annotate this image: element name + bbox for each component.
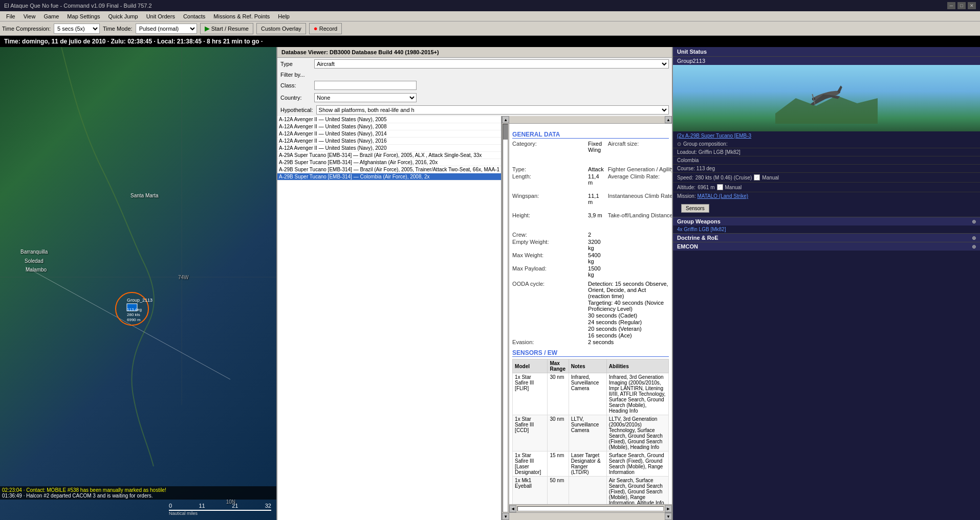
menu-file[interactable]: File [2, 12, 19, 20]
sensor-abilities: Infrared, 3rd Generation Imaging (2000s/… [606, 373, 668, 415]
menu-map-settings[interactable]: Map Settings [63, 12, 104, 20]
scale-line: 0 11 21 32 [169, 503, 271, 511]
speed-value: 280 kts (M 0.46) (Cruise) [695, 175, 752, 180]
altitude-label: Altitude: [677, 185, 695, 190]
close-button[interactable]: ✕ [968, 2, 976, 9]
max-payload-label: Max Payload: [512, 265, 584, 278]
sensor-col-model: Model [513, 359, 548, 373]
type-select[interactable]: Aircraft [314, 59, 669, 69]
list-item[interactable]: A-12A Avenger II — United States (Navy),… [277, 138, 501, 145]
group-composition-row: ⊙ Group composition: [673, 140, 980, 148]
empty-weight-label: Empty Weight: [512, 239, 584, 251]
aircraft-size-label: Aircraft size: [608, 141, 672, 165]
list-item[interactable]: A-12A Avenger II — United States (Navy),… [277, 116, 501, 123]
list-item[interactable]: A-12A Avenger II — United States (Navy),… [277, 145, 501, 152]
type-field-label: Type: [512, 166, 584, 172]
minimize-button[interactable]: ─ [947, 2, 955, 9]
country-select[interactable]: None [314, 93, 417, 102]
group-weapons-item[interactable]: 4x Griffin LGB [Mk82] [673, 225, 980, 233]
list-item-selected[interactable]: A-29B Super Tucano [EMB-314] — Colombia … [277, 173, 501, 180]
map-label-10n: 10N [226, 499, 235, 505]
menu-view[interactable]: View [19, 12, 40, 20]
sensor-model: 1x Star Safire III [CCD] [513, 415, 548, 451]
filter-by-label: Filter by... [280, 72, 311, 78]
scroll-track[interactable] [517, 506, 664, 511]
group-composition-icon[interactable]: ⊙ [677, 141, 681, 147]
speed-checkbox[interactable] [754, 174, 760, 180]
scroll-left-button[interactable]: ◄ [509, 505, 516, 512]
altitude-info-row: Altitude: 6961 m Manual [677, 184, 976, 191]
altitude-row: Altitude: 6961 m Manual [673, 182, 980, 192]
map-label-santa-marta: Santa Marta [130, 193, 158, 198]
list-item[interactable]: A-29B Super Tucano [EMB-314] — Afghanist… [277, 159, 501, 166]
detail-down-button[interactable]: ▼ [665, 513, 672, 520]
db-detail: GENERAL DATA Category: Fixed Wing Aircra… [509, 124, 672, 504]
loadout-row: Loadout: Griffin LGB [Mk82] [673, 148, 980, 156]
start-resume-button[interactable]: ▶ Start / Resume [200, 23, 253, 34]
scale-0: 0 [169, 503, 172, 509]
list-vscroll: ▲ ▼ [502, 116, 509, 520]
general-data-grid: Category: Fixed Wing Aircraft size: Smal… [512, 141, 669, 278]
speed-info-row: Speed: 280 kts (M 0.46) (Cruise) Manual [677, 174, 976, 181]
sensors-button[interactable]: Sensors [681, 204, 709, 213]
emcon-title: EMCON [677, 243, 698, 250]
mission-value[interactable]: MATALO (Land Strike) [697, 193, 748, 199]
unit-link[interactable]: (2x A-29B Super Tucano [EMB-3 [673, 131, 980, 140]
vscroll-up-button[interactable]: ▲ [502, 116, 509, 123]
group-weapons-header[interactable]: Group Weapons ⊕ [673, 217, 980, 225]
map-label-malambo: Malambo [26, 267, 47, 273]
ooda-cadet: 30 seconds (Cadet) [588, 312, 669, 319]
list-item[interactable]: A-29B Super Tucano [EMB-314] — Brazil (A… [277, 166, 501, 173]
menu-quick-jump[interactable]: Quick Jump [104, 12, 142, 20]
class-input[interactable] [314, 81, 417, 90]
time-compression-select[interactable]: 5 secs (5x) [54, 24, 100, 34]
ooda-ace: 16 seconds (Ace) [588, 332, 669, 338]
doctrine-expand-icon: ⊕ [972, 235, 976, 241]
sensor-row: 1x Star Safire III [Laser Designator] 15… [513, 451, 669, 477]
sensor-col-abilities: Abilities [606, 359, 668, 373]
unit-image [673, 65, 980, 131]
emcon-expand-icon: ⊕ [972, 244, 976, 250]
db-list[interactable]: A-12A Avenger II — United States (Navy),… [277, 116, 502, 520]
custom-overlay-button[interactable]: Custom Overlay [256, 23, 306, 34]
scale-32: 32 [265, 503, 271, 509]
record-button[interactable]: ● Record [309, 23, 342, 34]
db-title: Database Viewer: DB3000 Database Build 4… [277, 47, 672, 58]
sensor-row: 1x Star Safire III [CCD] 30 nm LLTV, Sur… [513, 415, 669, 451]
vscroll-thumb[interactable] [503, 124, 508, 140]
altitude-checkbox[interactable] [717, 184, 723, 190]
menu-help[interactable]: Help [274, 12, 294, 20]
max-payload-value: 1500 kg [588, 265, 604, 278]
hypothetical-select[interactable]: Show all platforms, both real-life and h [316, 105, 669, 115]
emcon-header[interactable]: EMCON ⊕ [673, 242, 980, 251]
menu-unit-orders[interactable]: Unit Orders [142, 12, 179, 20]
scale-unit: Nautical miles [169, 511, 271, 516]
group-composition-label: Group composition: [683, 141, 728, 147]
sensor-model: 1x Star Safire III [FLIR] [513, 373, 548, 415]
menu-contacts[interactable]: Contacts [179, 12, 209, 20]
map-area[interactable]: Group_2113 113 deg 280 kts 6990 m Santa … [0, 47, 276, 520]
filter-country-row: Country: None [277, 92, 672, 104]
db-list-container: A-12A Avenger II — United States (Navy),… [277, 116, 509, 520]
sensor-range: 30 nm [548, 415, 569, 451]
app-title: El Ataque Que No fue - Command v1.09 Fin… [4, 3, 152, 9]
doctrine-header[interactable]: Doctrine & RoE ⊕ [673, 233, 980, 242]
list-item[interactable]: A-12A Avenger II — United States (Navy),… [277, 130, 501, 138]
vscroll-down-button[interactable]: ▼ [502, 513, 509, 520]
time-mode-select[interactable]: Pulsed (normal) [136, 24, 197, 34]
detail-up-button[interactable]: ▲ [665, 116, 672, 123]
altitude-manual-label: Manual [725, 185, 742, 190]
ooda-veteran: 20 seconds (Veteran) [588, 326, 669, 332]
list-item[interactable]: A-12A Avenger II — United States (Navy),… [277, 123, 501, 130]
time-mode-label: Time Mode: [103, 26, 133, 32]
country-value: Colombia [677, 157, 699, 163]
course-row: Course: 113 deg [673, 164, 980, 172]
time-compression-label: Time Compression: [2, 26, 51, 32]
maximize-button[interactable]: □ [957, 2, 966, 9]
unit-name: Group2113 [673, 57, 980, 65]
type-field-value: Attack [588, 166, 604, 172]
menu-missions[interactable]: Missions & Ref. Points [209, 12, 274, 20]
list-item[interactable]: A-29A Super Tucano [EMB-314] — Brazil (A… [277, 152, 501, 159]
scroll-right-button[interactable]: ► [665, 505, 672, 512]
menu-game[interactable]: Game [39, 12, 63, 20]
